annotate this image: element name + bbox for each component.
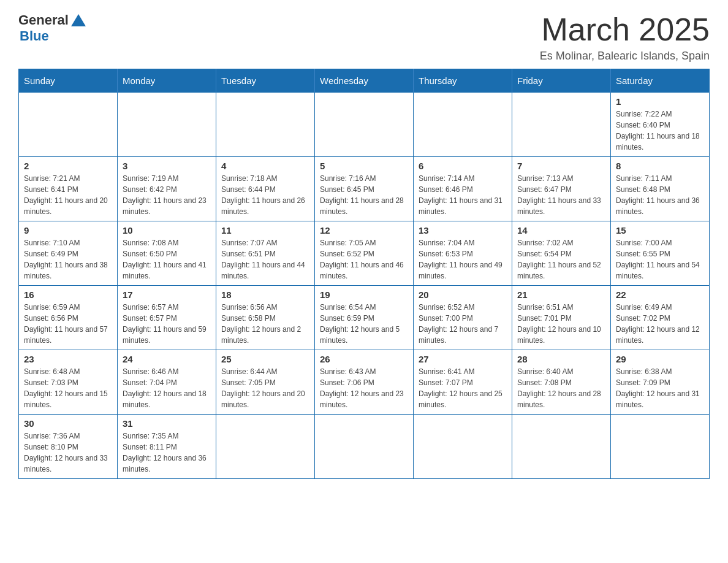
calendar-cell-w3-d1: 9Sunrise: 7:10 AMSunset: 6:49 PMDaylight… (19, 221, 118, 286)
day-info: Sunrise: 7:35 AMSunset: 8:11 PMDaylight:… (123, 431, 211, 475)
col-header-wednesday: Wednesday (315, 69, 414, 93)
day-info: Sunrise: 6:49 AMSunset: 7:02 PMDaylight:… (616, 302, 704, 346)
calendar-week-3: 9Sunrise: 7:10 AMSunset: 6:49 PMDaylight… (19, 221, 710, 286)
day-info: Sunrise: 7:04 AMSunset: 6:53 PMDaylight:… (419, 237, 507, 282)
calendar-cell-w2-d1: 2Sunrise: 7:21 AMSunset: 6:41 PMDaylight… (19, 157, 118, 221)
day-info: Sunrise: 7:05 AMSunset: 6:52 PMDaylight:… (320, 237, 408, 282)
calendar-cell-w5-d5: 27Sunrise: 6:41 AMSunset: 7:07 PMDayligh… (414, 350, 512, 415)
calendar-cell-w5-d6: 28Sunrise: 6:40 AMSunset: 7:08 PMDayligh… (512, 350, 611, 415)
day-info: Sunrise: 7:13 AMSunset: 6:47 PMDaylight:… (517, 173, 605, 217)
calendar-week-4: 16Sunrise: 6:59 AMSunset: 6:56 PMDayligh… (19, 286, 710, 350)
day-info: Sunrise: 7:11 AMSunset: 6:48 PMDaylight:… (616, 173, 704, 217)
calendar-cell-w5-d4: 26Sunrise: 6:43 AMSunset: 7:06 PMDayligh… (315, 350, 414, 415)
day-info: Sunrise: 6:40 AMSunset: 7:08 PMDaylight:… (517, 366, 605, 410)
month-title: March 2025 (540, 12, 710, 47)
calendar-cell-w4-d3: 18Sunrise: 6:56 AMSunset: 6:58 PMDayligh… (216, 286, 315, 350)
day-number: 2 (24, 161, 112, 171)
calendar-cell-w4-d1: 16Sunrise: 6:59 AMSunset: 6:56 PMDayligh… (19, 286, 118, 350)
logo-general-text: General (18, 12, 69, 28)
calendar-week-5: 23Sunrise: 6:48 AMSunset: 7:03 PMDayligh… (19, 350, 710, 415)
calendar-cell-w4-d5: 20Sunrise: 6:52 AMSunset: 7:00 PMDayligh… (414, 286, 512, 350)
day-info: Sunrise: 7:07 AMSunset: 6:51 PMDaylight:… (221, 237, 309, 282)
calendar-cell-w3-d5: 13Sunrise: 7:04 AMSunset: 6:53 PMDayligh… (414, 221, 512, 286)
day-number: 15 (616, 225, 704, 236)
day-info: Sunrise: 6:57 AMSunset: 6:57 PMDaylight:… (123, 302, 211, 346)
day-number: 29 (616, 354, 704, 364)
day-info: Sunrise: 6:59 AMSunset: 6:56 PMDaylight:… (24, 302, 112, 346)
calendar-cell-w2-d7: 8Sunrise: 7:11 AMSunset: 6:48 PMDaylight… (611, 157, 710, 221)
day-number: 27 (419, 354, 507, 364)
day-info: Sunrise: 7:02 AMSunset: 6:54 PMDaylight:… (517, 237, 605, 282)
day-info: Sunrise: 6:52 AMSunset: 7:00 PMDaylight:… (419, 302, 507, 346)
logo-blue-text: Blue (20, 28, 49, 44)
day-number: 4 (221, 161, 309, 171)
calendar-cell-w1-d4 (315, 93, 414, 157)
col-header-saturday: Saturday (611, 69, 710, 93)
calendar-cell-w5-d2: 24Sunrise: 6:46 AMSunset: 7:04 PMDayligh… (118, 350, 216, 415)
day-number: 5 (320, 161, 408, 171)
day-number: 16 (24, 289, 112, 300)
day-number: 18 (221, 289, 309, 300)
day-number: 9 (24, 225, 112, 236)
day-number: 11 (221, 225, 309, 236)
day-info: Sunrise: 6:51 AMSunset: 7:01 PMDaylight:… (517, 302, 605, 346)
day-info: Sunrise: 7:19 AMSunset: 6:42 PMDaylight:… (123, 173, 211, 217)
day-info: Sunrise: 7:36 AMSunset: 8:10 PMDaylight:… (24, 431, 112, 475)
day-info: Sunrise: 6:54 AMSunset: 6:59 PMDaylight:… (320, 302, 408, 346)
calendar-cell-w6-d5 (414, 415, 512, 479)
day-number: 21 (517, 289, 605, 300)
day-number: 3 (123, 161, 211, 171)
calendar-cell-w1-d6 (512, 93, 611, 157)
day-number: 24 (123, 354, 211, 364)
day-number: 30 (24, 418, 112, 429)
calendar-cell-w4-d6: 21Sunrise: 6:51 AMSunset: 7:01 PMDayligh… (512, 286, 611, 350)
calendar-cell-w5-d7: 29Sunrise: 6:38 AMSunset: 7:09 PMDayligh… (611, 350, 710, 415)
day-number: 31 (123, 418, 211, 429)
day-number: 19 (320, 289, 408, 300)
day-number: 23 (24, 354, 112, 364)
day-info: Sunrise: 7:16 AMSunset: 6:45 PMDaylight:… (320, 173, 408, 217)
title-section: March 2025 Es Molinar, Balearic Islands,… (540, 12, 710, 63)
calendar-cell-w4-d4: 19Sunrise: 6:54 AMSunset: 6:59 PMDayligh… (315, 286, 414, 350)
calendar-cell-w6-d1: 30Sunrise: 7:36 AMSunset: 8:10 PMDayligh… (19, 415, 118, 479)
calendar-cell-w5-d1: 23Sunrise: 6:48 AMSunset: 7:03 PMDayligh… (19, 350, 118, 415)
calendar-cell-w4-d2: 17Sunrise: 6:57 AMSunset: 6:57 PMDayligh… (118, 286, 216, 350)
calendar-cell-w1-d1 (19, 93, 118, 157)
day-info: Sunrise: 6:56 AMSunset: 6:58 PMDaylight:… (221, 302, 309, 346)
location-subtitle: Es Molinar, Balearic Islands, Spain (540, 50, 710, 63)
calendar-cell-w2-d5: 6Sunrise: 7:14 AMSunset: 6:46 PMDaylight… (414, 157, 512, 221)
day-info: Sunrise: 7:00 AMSunset: 6:55 PMDaylight:… (616, 237, 704, 282)
day-info: Sunrise: 7:14 AMSunset: 6:46 PMDaylight:… (419, 173, 507, 217)
day-info: Sunrise: 6:43 AMSunset: 7:06 PMDaylight:… (320, 366, 408, 410)
day-number: 10 (123, 225, 211, 236)
day-info: Sunrise: 6:44 AMSunset: 7:05 PMDaylight:… (221, 366, 309, 410)
col-header-tuesday: Tuesday (216, 69, 315, 93)
day-info: Sunrise: 7:08 AMSunset: 6:50 PMDaylight:… (123, 237, 211, 282)
calendar-cell-w6-d4 (315, 415, 414, 479)
calendar-header-row: Sunday Monday Tuesday Wednesday Thursday… (19, 69, 710, 93)
col-header-sunday: Sunday (19, 69, 118, 93)
calendar-week-2: 2Sunrise: 7:21 AMSunset: 6:41 PMDaylight… (19, 157, 710, 221)
calendar-cell-w1-d2 (118, 93, 216, 157)
day-number: 13 (419, 225, 507, 236)
calendar-cell-w1-d5 (414, 93, 512, 157)
day-number: 28 (517, 354, 605, 364)
calendar-cell-w5-d3: 25Sunrise: 6:44 AMSunset: 7:05 PMDayligh… (216, 350, 315, 415)
calendar-cell-w6-d2: 31Sunrise: 7:35 AMSunset: 8:11 PMDayligh… (118, 415, 216, 479)
logo-triangle-icon (71, 14, 86, 26)
day-info: Sunrise: 7:18 AMSunset: 6:44 PMDaylight:… (221, 173, 309, 217)
calendar-cell-w4-d7: 22Sunrise: 6:49 AMSunset: 7:02 PMDayligh… (611, 286, 710, 350)
col-header-thursday: Thursday (414, 69, 512, 93)
day-number: 6 (419, 161, 507, 171)
day-info: Sunrise: 6:38 AMSunset: 7:09 PMDaylight:… (616, 366, 704, 410)
day-number: 1 (616, 96, 704, 107)
day-number: 8 (616, 161, 704, 171)
day-number: 17 (123, 289, 211, 300)
calendar-cell-w3-d4: 12Sunrise: 7:05 AMSunset: 6:52 PMDayligh… (315, 221, 414, 286)
day-number: 20 (419, 289, 507, 300)
calendar-cell-w3-d3: 11Sunrise: 7:07 AMSunset: 6:51 PMDayligh… (216, 221, 315, 286)
day-number: 26 (320, 354, 408, 364)
day-number: 7 (517, 161, 605, 171)
calendar-cell-w6-d3 (216, 415, 315, 479)
day-number: 14 (517, 225, 605, 236)
